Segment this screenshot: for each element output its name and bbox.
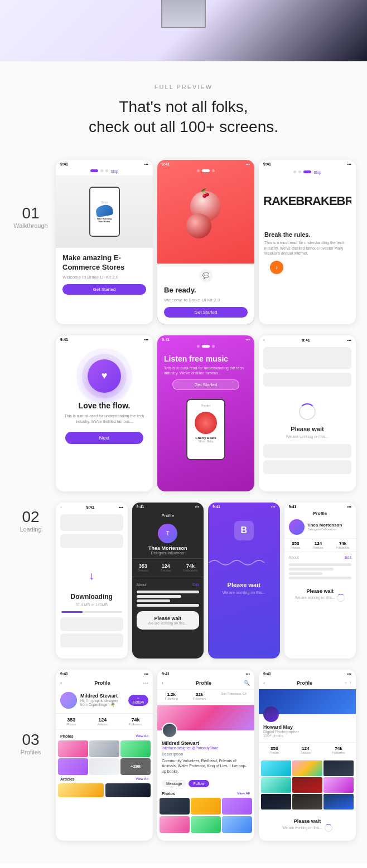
hm-share-icon[interactable]: ↑ <box>349 680 351 685</box>
ppw-about-label: About <box>289 555 299 559</box>
hm-insta-4 <box>261 777 291 793</box>
ms1-status-bar: 9:41 ▪▪▪ <box>56 670 153 677</box>
music-inner-phone-area: Playlist Cherry Beats Simon Baby <box>157 394 254 465</box>
cherry-get-started-button[interactable]: Get Started <box>164 307 248 318</box>
phone-top-decoration <box>161 0 206 28</box>
ms1-status-icons: ▪▪▪ <box>144 672 148 676</box>
edit-text[interactable]: Edit <box>192 583 199 587</box>
dl-placeholder-3 <box>60 617 123 631</box>
pwd-time: 9:41 <box>137 505 144 509</box>
ecommerce-card: 9:41 ▪▪▪ Skip Shop Nike <box>56 160 153 324</box>
cherry-subtitle: Welcome to Brake UI Kit 2.0 <box>164 298 248 303</box>
ms1-profile-info: Mildred Stewart Hi, I'm graphic designer… <box>80 693 125 707</box>
brake-arrow-button[interactable]: › <box>270 261 283 274</box>
pw1-status-bar: ‹ 9:41 ▪▪▪ <box>259 335 356 344</box>
music-status-bar: 9:41 ▪▪▪ <box>157 335 254 343</box>
ms2-view-all[interactable]: View All <box>237 792 250 796</box>
ms2-photo-6 <box>222 816 252 833</box>
ms1-photo-2 <box>89 740 119 757</box>
hm-popup-row: We are working on this... <box>269 824 346 832</box>
cherry-bottom: 💬 Be ready. Welcome to Brake UI Kit 2.0 … <box>157 264 254 324</box>
ms1-stat-articles-label: Articles <box>98 723 108 726</box>
ppw-popup: Please wait We are working on this... <box>289 584 352 606</box>
chat-icon: 💬 <box>199 269 213 282</box>
ms2-header-search[interactable]: 🔍 <box>244 680 250 686</box>
brake-skip-button[interactable]: Skip <box>313 170 321 174</box>
hm-search-icon[interactable]: ○ <box>344 680 347 685</box>
pwd-stat-articles-num: 124 <box>160 563 171 569</box>
hm-status-bar: 9:41 ▪▪▪ <box>259 670 356 677</box>
hm-insta-2 <box>292 760 322 776</box>
ms1-stats: 353 Photos 124 Articles 74k Followers <box>56 713 153 730</box>
ms1-articles-text: Articles <box>60 777 75 781</box>
ppw-avatar <box>289 519 305 535</box>
section2-spacer <box>11 335 50 347</box>
section3-label: 03 Profiles <box>11 670 50 755</box>
music-header: Listen free music This is a must-read fo… <box>157 350 254 395</box>
ppw-edit[interactable]: Edit <box>345 555 351 559</box>
ppw-stat-1: 353 Photos <box>291 541 300 549</box>
ms2-message-button[interactable]: Message <box>162 780 186 787</box>
ms1-photo-4 <box>58 758 88 775</box>
ppw-profile-row: Thea Mortenson Designer/Influencer <box>284 517 356 537</box>
ms2-action-btns: Message Follow <box>157 778 254 789</box>
ms2-avatar-img <box>163 724 176 737</box>
hm-status-icons: ▪▪▪ <box>347 672 351 676</box>
hm-insta-6 <box>323 777 354 793</box>
cherry-image-area: 🍒 <box>157 174 254 264</box>
ms1-photos-label: Photos View All <box>56 732 153 740</box>
ecommerce-image-area: Shop Nike RunningMan Shoes <box>56 175 153 248</box>
cherry-status-bar: 9:41 ▪▪▪ <box>157 160 254 167</box>
music-get-started-button[interactable]: Get Started <box>172 379 239 390</box>
ms1-follow-button[interactable]: + Follow <box>128 695 148 706</box>
ppw-popup-sub: We are working on this... <box>295 596 335 599</box>
ms2-avatar-overlap <box>162 723 177 738</box>
ms1-article-2 <box>105 783 151 797</box>
brake-card: 9:41 ▪▪▪ Skip RAKEBRAKEBRAKEBRAKE Break … <box>259 160 356 324</box>
about-line-3 <box>137 599 171 602</box>
section2-label: 02 Loading <box>11 503 50 533</box>
purple-please-wait: Please wait <box>208 582 280 588</box>
cherry-title: Be ready. <box>164 286 248 295</box>
mildred-card-2: 9:41 ▪▪▪ ‹ Profile 🔍 1.2k Following 32k <box>157 670 254 841</box>
ppw-stats: 353 Photos 124 Articles 74k Followers <box>284 538 356 552</box>
download-progress-fill <box>61 611 83 613</box>
ppw-line-3 <box>289 572 323 575</box>
ppw-status-icons: ▪▪▪ <box>347 505 351 509</box>
hm-role: Digital Photographer <box>263 730 351 734</box>
hm-insta-grid <box>261 760 354 810</box>
cherry-dot-2 <box>202 169 210 172</box>
hm-stat-1: 353 Photos <box>269 746 279 754</box>
ms1-avatar-area: Mildred Stewart Hi, I'm graphic designer… <box>56 690 153 711</box>
ms2-name: Mildred Stewart <box>162 740 250 746</box>
ppw-label: Profile <box>284 510 356 517</box>
section-profiles: 03 Profiles 9:41 ▪▪▪ ‹ Profile ⋯ <box>11 670 356 841</box>
about-line-4 <box>137 604 200 607</box>
ms1-stat-followers: 74k Followers <box>129 717 142 726</box>
ms1-view-all[interactable]: View All <box>136 734 148 738</box>
ms2-status-icons: ▪▪▪ <box>246 672 250 676</box>
dl-time: 9:41 <box>86 505 94 509</box>
please-wait-card-1: ‹ 9:41 ▪▪▪ Please wait We are working on… <box>259 335 356 491</box>
ms1-articles-view-all[interactable]: View All <box>136 777 148 781</box>
hm-bio: 100+ photos <box>263 734 351 738</box>
ms2-photo-2 <box>191 798 221 815</box>
ppw-profile-info: Thea Mortenson Designer/Influencer <box>308 523 342 531</box>
ms2-stat-followers: 32k Followers <box>193 692 206 700</box>
ms1-photos-grid: +298 <box>56 740 153 775</box>
love-next-button[interactable]: Next <box>65 432 143 444</box>
dl-placeholder-2 <box>60 534 123 548</box>
cherry-status-icons: ▪▪▪ <box>246 162 250 166</box>
hm-stat-3-label: Followers <box>332 751 345 754</box>
ms2-follow-button[interactable]: Follow <box>189 780 209 787</box>
ecommerce-get-started-button[interactable]: Get Started <box>62 284 146 295</box>
pw1-placeholder-3 <box>263 444 351 458</box>
inner-phone: Shop Nike RunningMan Shoes <box>89 187 120 237</box>
ecommerce-subtitle: Welcome to Brake UI Kit 2.0 <box>62 275 146 280</box>
ms1-stat-articles-num: 124 <box>98 717 108 723</box>
skip-button[interactable]: Skip <box>110 169 118 173</box>
hm-insta-5 <box>292 777 322 793</box>
pw1-desc: We are working on this... <box>259 435 356 438</box>
loading-row2-phones: ‹ 9:41 ▪▪▪ ↓ Downloading 31.4 MB of 145M… <box>56 503 356 659</box>
ms1-article-1 <box>58 783 104 797</box>
